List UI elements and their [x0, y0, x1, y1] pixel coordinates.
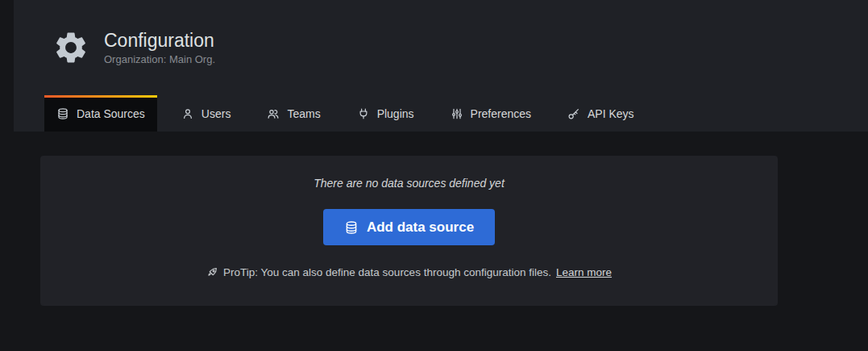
empty-state-panel: There are no data sources defined yet Ad…	[40, 156, 778, 306]
add-data-source-button[interactable]: Add data source	[323, 209, 495, 245]
gear-icon	[52, 29, 89, 66]
tab-users[interactable]: Users	[169, 95, 243, 132]
header-titles: Configuration Organization: Main Org.	[104, 30, 215, 65]
tab-bar: Data Sources Users Teams Plugins Prefere…	[44, 95, 646, 132]
tab-teams[interactable]: Teams	[255, 95, 332, 132]
protip: ProTip: You can also define data sources…	[40, 266, 778, 278]
sliders-icon	[451, 107, 463, 120]
page-header: Configuration Organization: Main Org. Da…	[14, 0, 868, 132]
tab-label: Users	[201, 107, 231, 120]
tab-label: Teams	[287, 107, 320, 120]
tab-plugins[interactable]: Plugins	[345, 95, 426, 132]
user-icon	[181, 107, 194, 120]
page-subtitle: Organization: Main Org.	[104, 53, 215, 65]
learn-more-link[interactable]: Learn more	[556, 266, 612, 278]
header-main: Configuration Organization: Main Org.	[14, 0, 868, 66]
tab-label: Plugins	[377, 107, 414, 120]
key-icon	[567, 107, 580, 120]
tab-label: Preferences	[471, 107, 531, 120]
empty-state-message: There are no data sources defined yet	[40, 177, 778, 190]
tab-preferences[interactable]: Preferences	[438, 95, 543, 132]
tab-label: API Keys	[588, 107, 634, 120]
protip-text: ProTip: You can also define data sources…	[223, 266, 551, 278]
database-icon	[56, 107, 69, 120]
plug-icon	[357, 107, 370, 120]
add-data-source-button-label: Add data source	[367, 219, 474, 236]
page-title: Configuration	[104, 30, 215, 51]
tab-data-sources[interactable]: Data Sources	[44, 95, 157, 132]
users-icon	[267, 107, 280, 120]
tab-label: Data Sources	[77, 107, 145, 120]
tab-api-keys[interactable]: API Keys	[555, 95, 646, 132]
page-content: There are no data sources defined yet Ad…	[0, 132, 868, 351]
rocket-icon	[206, 266, 218, 278]
database-icon	[344, 220, 359, 235]
